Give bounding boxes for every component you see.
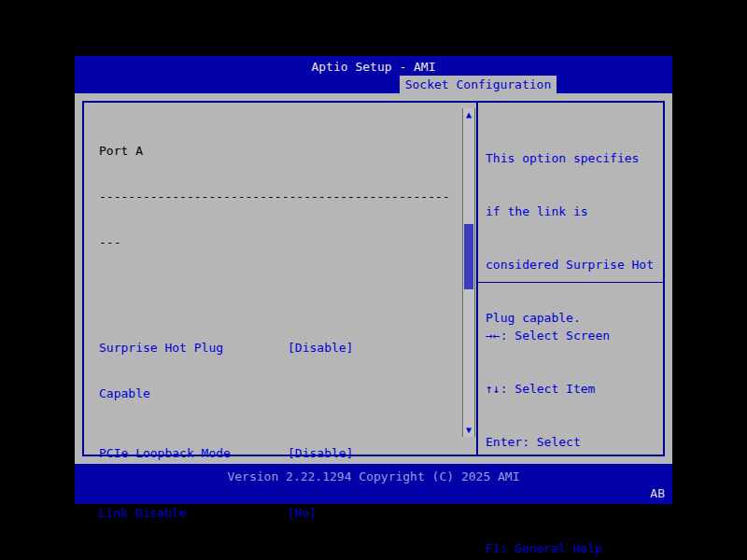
option-value: [No] bbox=[288, 504, 454, 522]
key-hint-enter: Enter: Select bbox=[486, 433, 661, 451]
option-label: Surprise Hot Plug bbox=[99, 339, 288, 357]
option-pcie-loopback-mode[interactable]: PCIe Loopback Mode [Disable] bbox=[99, 444, 454, 462]
page-title: Aptio Setup - AMI bbox=[75, 60, 672, 75]
key-hint-select-item: ↑↓: Select Item bbox=[486, 380, 661, 398]
option-label: Link Disable bbox=[99, 504, 288, 522]
option-value: [Disable] bbox=[288, 444, 454, 462]
header-bar: Aptio Setup - AMI Socket Configuration bbox=[75, 56, 672, 93]
separator-line-wrap: --- bbox=[99, 233, 454, 251]
tab-socket-configuration[interactable]: Socket Configuration bbox=[400, 76, 557, 93]
blank-line bbox=[99, 279, 454, 297]
separator-line: ----------------------------------------… bbox=[99, 188, 454, 205]
key-hint-select-screen: →←: Select Screen bbox=[486, 327, 661, 344]
key-hint-f1: F1: General Help bbox=[486, 539, 661, 557]
scrollbar-thumb[interactable] bbox=[464, 224, 473, 289]
key-legend: →←: Select Screen ↑↓: Select Item Enter:… bbox=[486, 291, 661, 560]
scroll-up-icon[interactable]: ▲ bbox=[463, 108, 474, 121]
bios-screen: Aptio Setup - AMI Socket Configuration P… bbox=[75, 56, 672, 504]
panel-box: Port A ---------------------------------… bbox=[82, 101, 665, 456]
help-line: This option specifies bbox=[486, 149, 659, 167]
help-line: if the link is bbox=[486, 203, 659, 220]
scrollbar[interactable]: ▲ ▼ bbox=[462, 108, 475, 437]
help-panel: This option specifies if the link is con… bbox=[478, 103, 663, 455]
footer-bar: Version 2.22.1294 Copyright (C) 2025 AMI… bbox=[75, 464, 672, 504]
option-label: PCIe Loopback Mode bbox=[99, 444, 288, 462]
main-area: Port A ---------------------------------… bbox=[75, 93, 672, 464]
corner-label: AB bbox=[650, 487, 665, 500]
help-line: considered Surprise Hot bbox=[486, 256, 659, 273]
help-legend-divider bbox=[478, 282, 663, 283]
option-label-wrap: Capable bbox=[99, 385, 288, 402]
scroll-down-icon[interactable]: ▼ bbox=[463, 424, 474, 437]
option-value: [Disable] bbox=[288, 339, 454, 357]
options-panel: Port A ---------------------------------… bbox=[84, 103, 478, 455]
section-heading: Port A bbox=[99, 142, 454, 160]
option-surprise-hot-plug-capable-line2[interactable]: Capable bbox=[99, 385, 454, 402]
version-text: Version 2.22.1294 Copyright (C) 2025 AMI bbox=[75, 469, 672, 483]
option-surprise-hot-plug-capable[interactable]: Surprise Hot Plug [Disable] bbox=[99, 339, 454, 357]
option-link-disable[interactable]: Link Disable [No] bbox=[99, 504, 454, 522]
